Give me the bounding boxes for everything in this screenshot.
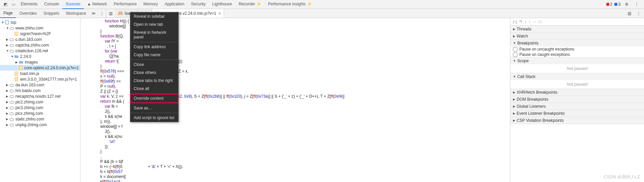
sidebar-toggle-icon[interactable]: ▥ bbox=[106, 11, 115, 16]
tree-item[interactable]: load.min.js bbox=[0, 71, 80, 76]
main-tabs: ◩ ▭ ElementsConsoleSources▲ NetworkPerfo… bbox=[0, 0, 644, 9]
tab-lighthouse[interactable]: Lighthouse bbox=[209, 0, 235, 9]
step-icon[interactable]: → bbox=[532, 19, 536, 24]
tab-memory[interactable]: Memory bbox=[140, 0, 161, 9]
tree-label: picx.zhimg.com bbox=[15, 111, 43, 116]
more-icon[interactable]: ⋮ bbox=[633, 2, 641, 7]
tab-performance[interactable]: Performance bbox=[110, 0, 140, 9]
gl-section[interactable]: ▶Global Listeners bbox=[510, 103, 644, 110]
svg-rect-0 bbox=[5, 21, 9, 24]
tree-label: da.dun.163.com bbox=[15, 83, 44, 87]
more-tabs[interactable]: ≫ bbox=[89, 11, 98, 16]
svg-point-15 bbox=[10, 118, 14, 120]
tree-label: 2.24.0 bbox=[20, 54, 31, 59]
watch-section[interactable]: ▶Watch bbox=[510, 33, 644, 39]
csp-section[interactable]: ▶CSP Violation Breakpoints bbox=[510, 117, 644, 124]
js-file-icon: JS bbox=[118, 11, 123, 16]
svg-point-14 bbox=[10, 112, 14, 115]
file-icon bbox=[14, 77, 19, 81]
menu-item[interactable]: Reveal in sidebar bbox=[130, 12, 178, 20]
deactivate-icon[interactable]: ⬭ bbox=[538, 19, 542, 24]
tree-item[interactable]: ▶necaptcha.nosdn.127.net bbox=[0, 93, 80, 99]
subtab-page[interactable]: Page bbox=[0, 9, 16, 18]
tree-arrow-icon: ▶ bbox=[6, 95, 9, 98]
kebab-icon[interactable]: ⋮ bbox=[635, 11, 643, 16]
tree-label: static.zhihu.com bbox=[15, 117, 44, 121]
step-over-icon[interactable]: ↷ bbox=[519, 19, 522, 24]
tree-item[interactable]: ▶da.dun.163.com bbox=[0, 82, 80, 88]
settings-icon[interactable]: ⚙ bbox=[623, 2, 631, 7]
tree-item[interactable]: ▼top bbox=[0, 19, 80, 25]
dom-section[interactable]: ▶DOM Breakpoints bbox=[510, 96, 644, 103]
coverage-icon[interactable]: ▥ bbox=[626, 11, 633, 16]
menu-item[interactable]: Add script to ignore list bbox=[130, 114, 178, 122]
tree-arrow-icon: ▶ bbox=[6, 38, 9, 41]
tab-security[interactable]: Security bbox=[188, 0, 209, 9]
tree-item[interactable]: ▶pic2.zhimg.com bbox=[0, 99, 80, 105]
resume-icon[interactable]: ▷| bbox=[513, 19, 517, 24]
tree-item[interactable]: ▼cstaticdun.126.net bbox=[0, 48, 80, 54]
tree-item[interactable]: ▶hm.baidu.com bbox=[0, 88, 80, 93]
menu-item[interactable]: Reveal in Network panel bbox=[130, 28, 178, 41]
tree-item[interactable]: ▶picx.zhimg.com bbox=[0, 110, 80, 116]
tree-item[interactable]: ▶captcha.zhihu.com bbox=[0, 42, 80, 48]
close-icon[interactable]: ✕ bbox=[218, 11, 221, 16]
tree-label: pic3.zhimg.com bbox=[15, 105, 43, 110]
menu-item[interactable]: Override content bbox=[130, 94, 178, 102]
tree-item[interactable]: ▶c.dun.163.com bbox=[0, 36, 80, 42]
info-badge[interactable]: 3 bbox=[614, 2, 621, 7]
tab-application[interactable]: Application bbox=[161, 0, 188, 9]
menu-item[interactable]: Close others bbox=[130, 69, 178, 77]
device-icon[interactable]: ▭ bbox=[9, 2, 17, 7]
tree-item[interactable]: ▶unpkg.zhimg.com bbox=[0, 122, 80, 127]
subtab-snippets[interactable]: Snippets bbox=[40, 9, 63, 18]
menu-item[interactable]: Close all bbox=[130, 85, 178, 93]
tree-item[interactable]: ▶images bbox=[0, 59, 80, 65]
menu-item[interactable]: Open in new tab bbox=[130, 20, 178, 28]
tab-console[interactable]: Console bbox=[41, 0, 62, 9]
subtab-workspace[interactable]: Workspace bbox=[63, 9, 89, 18]
pause-uncaught[interactable]: Pause on uncaught exceptions bbox=[510, 47, 644, 52]
inspect-icon[interactable]: ◩ bbox=[1, 2, 9, 7]
tab-sources[interactable]: Sources bbox=[62, 0, 84, 9]
menu-item[interactable]: Copy link address bbox=[130, 43, 178, 51]
tree-item[interactable]: wm.3.0.0_33d41777.min.js?v=1 bbox=[0, 76, 80, 82]
tab-performanceinsights[interactable]: Performance insights ⚡ bbox=[265, 0, 315, 9]
open-files: ▥ JSload.min.js✕JScore-optimi.v2.24.0.mi… bbox=[106, 9, 644, 18]
tree-item[interactable]: ▶static.zhihu.com bbox=[0, 116, 80, 122]
kebab-icon[interactable]: ⋮ bbox=[98, 11, 106, 16]
sources-subtabs: PageOverridesSnippetsWorkspace ≫ ⋮ ▥ JSl… bbox=[0, 9, 644, 18]
callstack-section[interactable]: ▼Call Stack bbox=[510, 73, 644, 80]
svg-point-5 bbox=[10, 50, 14, 52]
tab-recorder[interactable]: Recorder ⚡ bbox=[235, 0, 265, 9]
subtab-overrides[interactable]: Overrides bbox=[16, 9, 40, 18]
tab-elements[interactable]: Elements bbox=[17, 0, 41, 9]
step-out-icon[interactable]: ↑ bbox=[528, 19, 530, 24]
tab-network[interactable]: ▲ Network bbox=[84, 0, 110, 9]
tree-item[interactable]: core-optimi.v2.24.0.min.js?v=1 bbox=[0, 65, 80, 71]
xhr-section[interactable]: ▶XHR/fetch Breakpoints bbox=[510, 89, 644, 96]
breakpoints-section[interactable]: ▼Breakpoints bbox=[510, 40, 644, 47]
step-into-icon[interactable]: ↓ bbox=[524, 19, 526, 24]
tree-item[interactable]: ▶pic3.zhimg.com bbox=[0, 105, 80, 110]
tree-label: images bbox=[25, 60, 38, 65]
tree-arrow-icon: ▶ bbox=[6, 117, 9, 121]
tree-arrow-icon: ▶ bbox=[6, 100, 9, 104]
threads-section[interactable]: ▶Threads bbox=[510, 26, 644, 32]
file-tree[interactable]: ▼top▼www.zhihu.comsignin?next=%2F▶c.dun.… bbox=[0, 18, 80, 182]
tree-item[interactable]: signin?next=%2F bbox=[0, 31, 80, 36]
menu-item[interactable]: Close bbox=[130, 61, 178, 69]
error-badge[interactable]: 2 bbox=[606, 2, 613, 7]
svg-point-4 bbox=[10, 44, 14, 47]
scope-section[interactable]: ▼Scope bbox=[510, 58, 644, 64]
menu-item[interactable]: Copy file name bbox=[130, 51, 178, 59]
el-section[interactable]: ▶Event Listener Breakpoints bbox=[510, 110, 644, 117]
menu-item[interactable]: Close tabs to the right bbox=[130, 77, 178, 85]
tree-item[interactable]: ▼2.24.0 bbox=[0, 54, 80, 59]
menu-item[interactable]: Save as... bbox=[130, 104, 178, 112]
folder-icon bbox=[14, 55, 19, 58]
tree-arrow-icon: ▼ bbox=[11, 55, 14, 58]
main-area: ▼top▼www.zhihu.comsignin?next=%2F▶c.dun.… bbox=[0, 18, 644, 182]
pause-caught[interactable]: Pause on caught exceptions bbox=[510, 52, 644, 57]
tree-item[interactable]: ▼www.zhihu.com bbox=[0, 25, 80, 31]
